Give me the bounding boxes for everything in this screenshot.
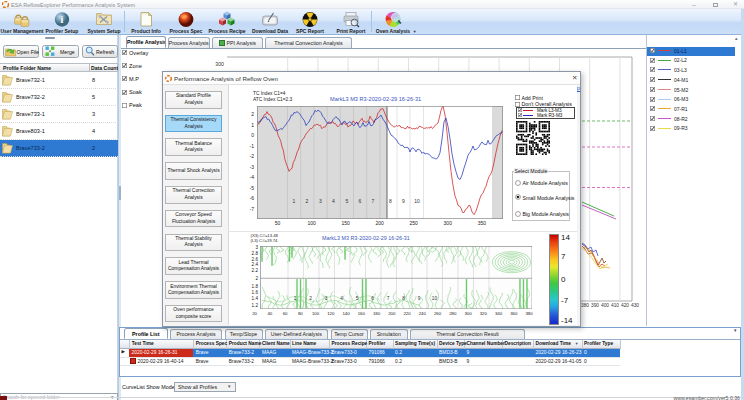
svg-text:i: i: [61, 14, 64, 25]
